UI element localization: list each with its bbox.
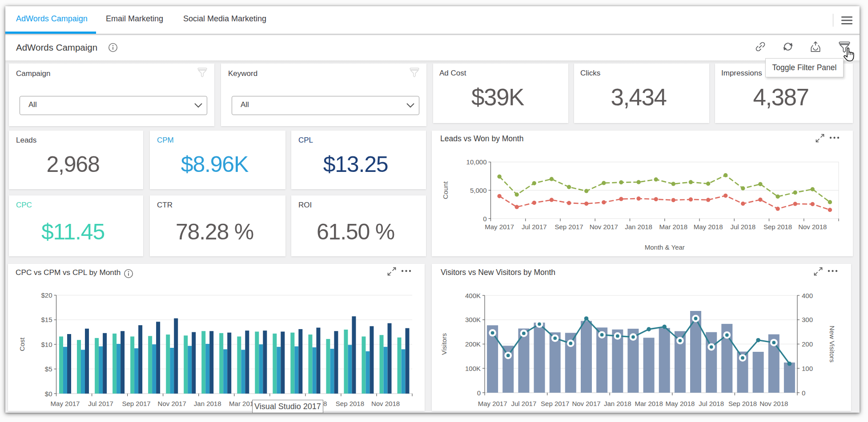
svg-text:Sep 2018: Sep 2018: [728, 400, 757, 407]
svg-text:400K: 400K: [465, 292, 481, 299]
svg-text:Jul 2017: Jul 2017: [522, 223, 547, 231]
svg-text:100: 100: [802, 365, 813, 372]
svg-text:May 2017: May 2017: [485, 223, 514, 231]
svg-text:Nov 2017: Nov 2017: [590, 223, 618, 231]
svg-text:0: 0: [802, 389, 805, 397]
svg-text:100K: 100K: [465, 365, 481, 372]
svg-text:Jul 2017: Jul 2017: [511, 400, 537, 407]
svg-text:300: 300: [802, 316, 813, 323]
svg-text:Cost: Cost: [18, 337, 26, 351]
svg-text:10,000: 10,000: [466, 158, 487, 166]
svg-text:$5: $5: [45, 365, 52, 373]
svg-text:New Visitors: New Visitors: [828, 326, 836, 362]
svg-text:300K: 300K: [465, 316, 481, 323]
svg-text:Nov 2018: Nov 2018: [371, 400, 400, 407]
svg-text:Mar 2018: Mar 2018: [659, 223, 687, 231]
svg-text:Nov 2017: Nov 2017: [158, 400, 186, 407]
svg-text:$15: $15: [41, 316, 52, 323]
svg-text:Jan 2018: Jan 2018: [604, 400, 631, 407]
svg-text:Nov 2017: Nov 2017: [572, 400, 600, 407]
svg-text:Jul 2018: Jul 2018: [699, 400, 724, 407]
svg-text:Sep 2017: Sep 2017: [122, 400, 150, 407]
svg-text:Sep 2017: Sep 2017: [541, 400, 569, 407]
svg-text:Jul 2018: Jul 2018: [730, 223, 755, 231]
svg-text:0: 0: [483, 215, 486, 223]
svg-text:$20: $20: [41, 291, 52, 299]
svg-text:Sep 2017: Sep 2017: [555, 223, 583, 231]
svg-text:200K: 200K: [465, 340, 481, 348]
svg-text:0: 0: [477, 389, 481, 397]
svg-text:Jul 2017: Jul 2017: [88, 400, 113, 407]
svg-text:$0: $0: [45, 390, 52, 398]
svg-text:Sep 2018: Sep 2018: [764, 223, 792, 231]
svg-text:Jan 2018: Jan 2018: [194, 400, 221, 407]
svg-text:May 2017: May 2017: [478, 400, 507, 407]
svg-text:Month & Year: Month & Year: [645, 243, 685, 251]
svg-text:Nov 2018: Nov 2018: [798, 223, 827, 231]
svg-text:Count: Count: [442, 181, 449, 199]
svg-text:200: 200: [802, 340, 813, 348]
svg-text:$10: $10: [41, 341, 52, 348]
svg-text:May 2018: May 2018: [694, 223, 723, 231]
svg-text:Visitors: Visitors: [440, 333, 448, 355]
svg-text:Nov 2018: Nov 2018: [760, 400, 788, 407]
svg-text:Sep 2018: Sep 2018: [336, 400, 364, 407]
svg-text:Mar 2018: Mar 2018: [635, 400, 663, 407]
svg-text:5,000: 5,000: [470, 187, 487, 194]
svg-text:May 2017: May 2017: [51, 400, 80, 407]
svg-text:Jan 2018: Jan 2018: [625, 223, 652, 231]
svg-text:400: 400: [802, 292, 813, 299]
svg-text:May 2018: May 2018: [665, 400, 695, 407]
